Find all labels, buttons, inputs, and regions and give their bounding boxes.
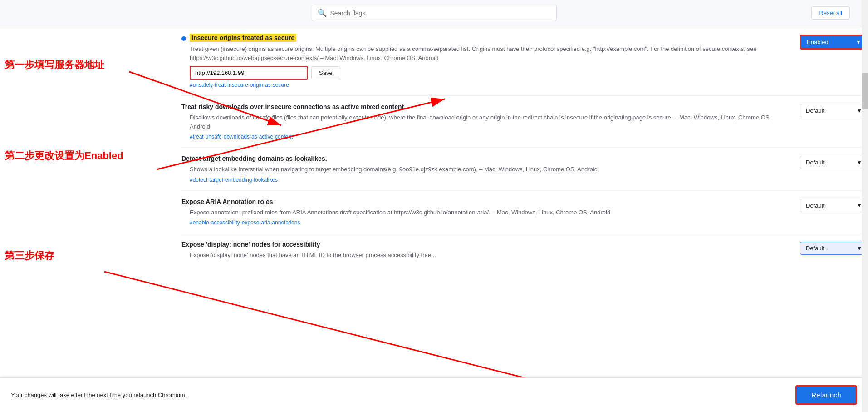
flag-description: Shows a lookalike interstitial when navi… [181, 165, 788, 174]
step1-annotation: 第一步填写服务器地址 [5, 58, 104, 72]
flag-item-inner: Expose ARIA Annotation roles Expose anno… [181, 198, 868, 226]
flag-item-risky-downloads: Treat risky downloads over insecure conn… [181, 96, 868, 148]
origin-input[interactable] [190, 66, 308, 80]
flag-title-row: Detect target embedding domains as looka… [181, 155, 788, 162]
flag-link[interactable]: #detect-target-embedding-lookalikes [181, 177, 788, 183]
flag-title: Expose ARIA Annotation roles [181, 198, 273, 205]
flag-item-display-none: Expose 'display: none' nodes for accessi… [181, 233, 868, 270]
flag-title-row: Expose 'display: none' nodes for accessi… [181, 241, 788, 248]
content-area: 第一步填写服务器地址 第二步更改设置为Enabled 第三步保存 Insecur… [0, 26, 868, 377]
flag-title-row: Insecure origins treated as secure [181, 34, 788, 42]
flag-item-insecure-origins: Insecure origins treated as secure Treat… [181, 26, 868, 96]
flag-content: Insecure origins treated as secure Treat… [181, 34, 788, 88]
flag-description: Disallows downloads of unsafe files (fil… [181, 113, 788, 131]
flag-dot [181, 36, 186, 41]
search-icon: 🔍 [318, 9, 327, 17]
default-dropdown[interactable]: Default ▼ [800, 104, 868, 117]
step3-annotation: 第三步保存 [5, 249, 54, 263]
dropdown-value: Default [806, 107, 824, 114]
search-input[interactable] [330, 10, 551, 17]
dropdown-value: Default [806, 245, 824, 252]
scrollbar-thumb[interactable] [862, 73, 868, 109]
flag-title-row: Treat risky downloads over insecure conn… [181, 103, 788, 110]
annotations-area: 第一步填写服务器地址 第二步更改设置为Enabled 第三步保存 [0, 26, 177, 377]
search-box: 🔍 [312, 5, 557, 21]
flag-control: Default ▼ [795, 103, 868, 117]
relaunch-button[interactable]: Relaunch [795, 385, 857, 405]
default-dropdown[interactable]: Default ▼ [800, 156, 868, 169]
flags-list: Insecure origins treated as secure Treat… [177, 26, 868, 377]
bottom-message: Your changes will take effect the next t… [11, 392, 186, 398]
flag-title-row: Expose ARIA Annotation roles [181, 198, 788, 205]
dropdown-value: Default [806, 202, 824, 209]
flag-item-inner: Insecure origins treated as secure Treat… [181, 34, 868, 88]
flag-item-inner: Detect target embedding domains as looka… [181, 155, 868, 183]
dropdown-value: Default [806, 159, 824, 166]
flag-control: Default ▼ [795, 155, 868, 169]
flag-description: Treat given (insecure) origins as secure… [181, 45, 788, 62]
flag-title: Expose 'display: none' nodes for accessi… [181, 241, 320, 248]
chevron-down-icon: ▼ [856, 39, 861, 45]
flag-link[interactable]: #enable-accessibility-expose-aria-annota… [181, 219, 788, 226]
flag-title: Insecure origins treated as secure [190, 34, 296, 42]
flag-item-aria-annotation: Expose ARIA Annotation roles Expose anno… [181, 191, 868, 234]
input-save-button[interactable]: Save [311, 66, 340, 79]
flag-content: Expose 'display: none' nodes for accessi… [181, 241, 788, 263]
flag-content: Detect target embedding domains as looka… [181, 155, 788, 183]
flag-description: Expose 'display: none' nodes that have a… [181, 251, 788, 260]
flag-title: Treat risky downloads over insecure conn… [181, 103, 404, 110]
page-wrapper: 🔍 Reset all 第一步填写服务器地址 第二步更改设置为Enabled 第… [0, 0, 868, 412]
flag-content: Expose ARIA Annotation roles Expose anno… [181, 198, 788, 226]
step2-annotation: 第二步更改设置为Enabled [5, 149, 123, 163]
text-input-row: Save [190, 66, 788, 80]
flag-control: Default ▼ [795, 198, 868, 212]
flag-item-embedding-domains: Detect target embedding domains as looka… [181, 148, 868, 191]
bottom-bar: Your changes will take effect the next t… [0, 377, 868, 412]
flag-link[interactable]: #unsafely-treat-insecure-origin-as-secur… [181, 82, 788, 88]
flag-title: Detect target embedding domains as looka… [181, 155, 327, 162]
enabled-dropdown[interactable]: Enabled ▼ [800, 35, 868, 50]
flag-link[interactable]: #treat-unsafe-downloads-as-active-conten… [181, 134, 788, 140]
flag-description: Expose annotation- prefixed roles from A… [181, 208, 788, 217]
flag-control: Default ▼ [795, 241, 868, 255]
scrollbar-track [862, 0, 868, 412]
default-dropdown[interactable]: Default ▼ [800, 199, 868, 212]
reset-all-button[interactable]: Reset all [811, 6, 850, 20]
default-dropdown[interactable]: Default ▼ [800, 242, 868, 255]
top-bar: 🔍 Reset all [0, 0, 868, 26]
flag-item-inner: Expose 'display: none' nodes for accessi… [181, 241, 868, 263]
flag-control: Enabled ▼ [795, 34, 868, 50]
dropdown-value: Enabled [807, 39, 829, 45]
flag-item-inner: Treat risky downloads over insecure conn… [181, 103, 868, 140]
flag-content: Treat risky downloads over insecure conn… [181, 103, 788, 140]
